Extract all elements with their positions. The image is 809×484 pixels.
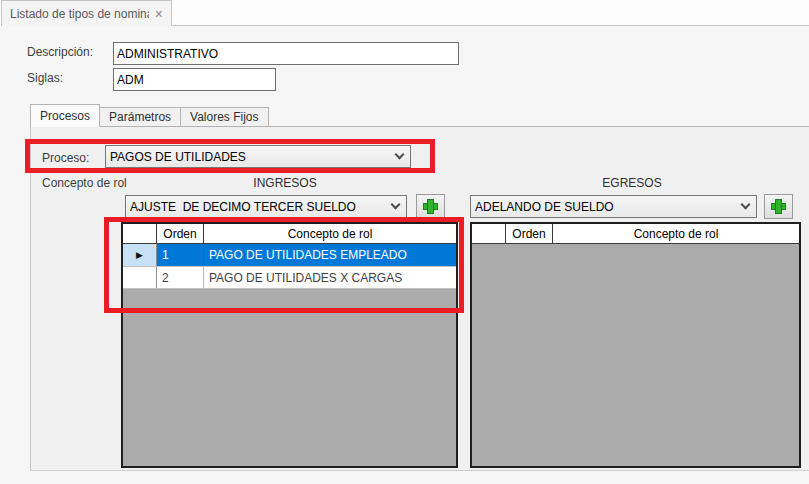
plus-icon: [423, 199, 438, 214]
tab-procesos[interactable]: Procesos: [30, 104, 100, 127]
ingresos-grid: Orden Concepto de rol ▶1PAGO DE UTILIDAD…: [121, 222, 458, 468]
row-selector-cell[interactable]: [123, 267, 157, 288]
proceso-combobox[interactable]: PAGOS DE UTILIDADES: [105, 145, 411, 168]
concepto-de-rol-label: Concepto de rol: [42, 176, 127, 190]
header-selector-cell: [123, 224, 157, 243]
siglas-label: Siglas:: [27, 71, 63, 85]
header-concepto[interactable]: Concepto de rol: [204, 224, 456, 243]
siglas-input[interactable]: [113, 68, 276, 91]
ingresos-concept-combobox[interactable]: AJUSTE DE DECIMO TERCER SUELDO: [125, 195, 407, 218]
ingresos-concept-combobox-value: AJUSTE DE DECIMO TERCER SUELDO: [130, 200, 392, 214]
egresos-grid: Orden Concepto de rol: [470, 222, 801, 468]
concepto-cell[interactable]: PAGO DE UTILIDADES X CARGAS: [204, 267, 456, 288]
document-tab-title: Listado de tipos de nomina ::.: [10, 7, 149, 21]
chevron-down-icon: [741, 200, 751, 210]
ingresos-add-button[interactable]: [416, 194, 445, 219]
plus-icon: [771, 199, 786, 214]
row-selector-cell[interactable]: ▶: [123, 244, 157, 266]
proceso-combobox-value: PAGOS DE UTILIDADES: [110, 150, 396, 164]
table-row[interactable]: ▶1PAGO DE UTILIDADES EMPLEADO: [123, 244, 456, 267]
header-orden[interactable]: Orden: [157, 224, 204, 243]
header-selector-cell: [472, 224, 506, 243]
header-orden[interactable]: Orden: [506, 224, 553, 243]
ingresos-grid-header: Orden Concepto de rol: [123, 224, 456, 244]
egresos-title: EGRESOS: [470, 176, 794, 190]
egresos-concept-combobox-value: ADELANDO DE SUELDO: [475, 200, 742, 214]
egresos-grid-header: Orden Concepto de rol: [472, 224, 799, 244]
egresos-concept-combobox[interactable]: ADELANDO DE SUELDO: [470, 195, 757, 218]
tab-valores-fijos-label: Valores Fijos: [190, 110, 258, 124]
ingresos-title: INGRESOS: [125, 176, 445, 190]
description-input[interactable]: [113, 42, 459, 65]
inner-tabstrip: Procesos Parámetros Valores Fijos: [30, 104, 268, 127]
document-tabbar: Listado de tipos de nomina ::. ×: [0, 0, 809, 26]
ingresos-grid-body: ▶1PAGO DE UTILIDADES EMPLEADO2PAGO DE UT…: [123, 244, 456, 289]
table-row[interactable]: 2PAGO DE UTILIDADES X CARGAS: [123, 267, 456, 289]
chevron-down-icon: [395, 150, 405, 160]
egresos-add-button[interactable]: [764, 194, 793, 219]
close-icon[interactable]: ×: [155, 7, 163, 21]
proceso-label: Proceso:: [42, 151, 89, 165]
header-concepto[interactable]: Concepto de rol: [553, 224, 799, 243]
tab-parametros[interactable]: Parámetros: [99, 107, 181, 127]
tab-procesos-label: Procesos: [40, 109, 90, 123]
document-tab-listado[interactable]: Listado de tipos de nomina ::. ×: [1, 0, 172, 26]
tab-valores-fijos[interactable]: Valores Fijos: [180, 107, 268, 127]
concepto-cell[interactable]: PAGO DE UTILIDADES EMPLEADO: [204, 244, 456, 266]
orden-cell[interactable]: 1: [157, 244, 204, 266]
tabbar-divider: [172, 25, 809, 26]
current-row-arrow-icon: ▶: [136, 251, 143, 260]
orden-cell[interactable]: 2: [157, 267, 204, 288]
description-label: Descripción:: [27, 45, 93, 59]
tab-parametros-label: Parámetros: [109, 110, 171, 124]
chevron-down-icon: [391, 200, 401, 210]
